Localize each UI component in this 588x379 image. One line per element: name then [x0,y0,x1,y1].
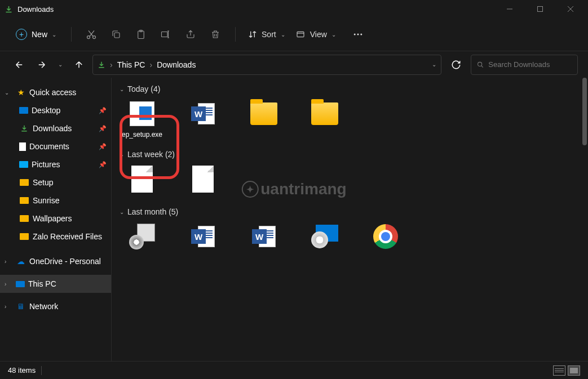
paste-button[interactable] [130,24,152,45]
search-input[interactable] [488,60,572,69]
scrollbar[interactable] [582,78,587,145]
installer-icon [129,224,155,249]
chevron-right-icon: › [5,304,12,310]
pc-icon [16,281,25,287]
delete-button[interactable] [205,24,226,45]
chevron-down-icon[interactable]: ⌄ [432,61,436,68]
address-bar[interactable]: › This PC › Downloads ⌄ [92,55,441,75]
svg-rect-7 [297,32,304,37]
file-ep-setup[interactable]: ep_setup.exe [120,100,165,139]
word-icon: W [252,225,276,248]
rename-button[interactable] [155,24,176,45]
share-button[interactable] [180,24,201,45]
chrome-icon [373,224,398,249]
details-view-button[interactable] [553,365,565,376]
file-disc[interactable] [302,223,347,253]
title-bar: Downloads [0,0,588,18]
file-icon [131,166,153,193]
downloads-icon [19,123,29,133]
sidebar-quick-access[interactable]: ⌄ ★ Quick access [0,83,111,101]
minimize-button[interactable] [497,0,523,18]
sidebar-item-setup[interactable]: Setup [0,173,111,191]
view-button[interactable]: View ⌄ [292,30,339,39]
sort-button[interactable]: Sort ⌄ [245,30,289,39]
file-blank[interactable] [120,166,165,196]
sidebar-item-documents[interactable]: Documents 📌 [0,137,111,155]
history-dropdown[interactable]: ⌄ [55,56,65,74]
svg-point-2 [93,36,96,39]
cut-button[interactable] [81,24,102,45]
new-label: New [32,30,47,39]
sidebar-item-sunrise[interactable]: Sunrise [0,191,111,209]
forward-button[interactable] [33,56,51,74]
desktop-icon [19,107,28,114]
chevron-down-icon: ⌄ [5,90,12,96]
folder-icon [250,102,277,125]
sidebar-item-zalo[interactable]: Zalo Received Files [0,228,111,246]
breadcrumb-thispc[interactable]: This PC [117,60,145,69]
maximize-button[interactable] [527,0,553,18]
svg-rect-6 [162,32,168,37]
downloads-icon [5,5,13,14]
group-lastmonth-header[interactable]: ⌄ Last month (5) [120,207,583,216]
chevron-down-icon: ⌄ [120,209,124,215]
folder-icon [19,177,29,188]
svg-point-1 [87,36,90,39]
window-title: Downloads [17,5,54,14]
file-blank[interactable] [180,166,226,196]
back-button[interactable] [10,56,28,74]
file-icon [192,166,214,193]
sidebar-thispc[interactable]: › This PC [0,275,111,293]
file-word-doc[interactable]: W [180,100,226,139]
file-installer[interactable] [120,223,165,253]
folder-item[interactable] [241,100,286,139]
search-icon [477,61,484,69]
more-button[interactable] [347,24,369,45]
sidebar-item-desktop[interactable]: Desktop 📌 [0,101,111,119]
pin-icon: 📌 [99,107,107,114]
network-icon: 🖥 [16,301,26,311]
exe-icon [130,101,154,126]
chevron-right-icon: › [5,281,12,287]
pictures-icon [19,161,28,168]
svg-rect-0 [538,7,543,12]
refresh-button[interactable] [446,55,466,75]
sidebar-network[interactable]: › 🖥 Network [0,297,111,315]
folder-icon [311,102,338,125]
word-icon: W [191,225,215,248]
sidebar-item-wallpapers[interactable]: Wallpapers [0,209,111,228]
copy-button[interactable] [105,24,127,45]
folder-item[interactable] [302,100,347,139]
close-button[interactable] [558,0,583,18]
disc-icon [311,225,338,248]
file-word-doc[interactable]: W [241,223,286,253]
pin-icon: 📌 [99,125,107,132]
chevron-down-icon: ⌄ [281,32,285,38]
group-lastweek-header[interactable]: ⌄ Last week (2) [120,150,583,159]
pin-icon: 📌 [99,161,107,168]
breadcrumb-downloads[interactable]: Downloads [157,60,196,69]
search-box[interactable] [471,55,578,75]
nav-bar: ⌄ › This PC › Downloads ⌄ [0,51,588,78]
sidebar-item-downloads[interactable]: Downloads 📌 [0,119,111,137]
chevron-right-icon: › [5,258,12,265]
word-icon: W [191,102,215,126]
folder-icon [19,231,29,242]
downloads-icon [98,61,105,69]
new-button[interactable]: + New ⌄ [10,25,62,43]
chevron-down-icon: ⌄ [120,86,124,92]
documents-icon [19,142,26,151]
sidebar-item-pictures[interactable]: Pictures 📌 [0,155,111,173]
sidebar-onedrive[interactable]: › ☁ OneDrive - Personal [0,252,111,270]
onedrive-icon: ☁ [16,256,26,266]
chevron-down-icon: ⌄ [331,32,336,38]
group-today-header[interactable]: ⌄ Today (4) [120,84,583,93]
file-list: ⌄ Today (4) ep_setup.exe W [112,78,588,361]
file-chrome[interactable] [363,223,408,253]
folder-icon [19,195,29,206]
folder-icon [19,213,29,224]
toolbar: + New ⌄ Sort ⌄ View ⌄ [0,18,588,51]
up-button[interactable] [70,56,88,74]
file-word-doc[interactable]: W [180,223,226,253]
thumbnails-view-button[interactable] [568,365,580,376]
